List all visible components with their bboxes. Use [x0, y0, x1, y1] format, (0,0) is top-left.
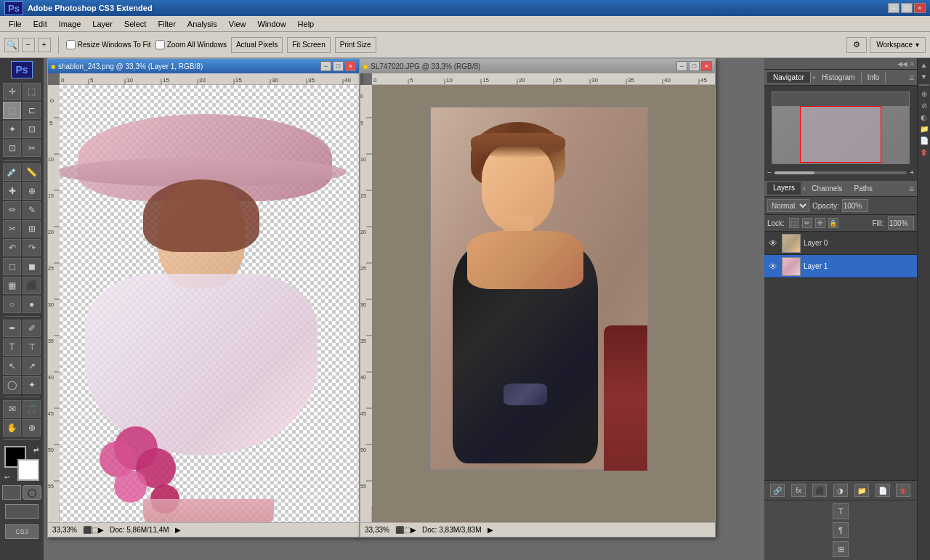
zoom-all-input[interactable]	[155, 40, 165, 49]
tab-info[interactable]: Info	[862, 72, 886, 83]
ruler-tool[interactable]: 📏	[23, 163, 41, 181]
blend-mode-select[interactable]: Normal Multiply Screen	[767, 199, 809, 212]
history-brush[interactable]: ↶	[3, 239, 21, 256]
menu-layer[interactable]: Layer	[86, 18, 118, 30]
doc1-maximize[interactable]: □	[333, 61, 344, 71]
side-strip-btn-2[interactable]: ▼	[919, 71, 929, 81]
pen-tool[interactable]: ✒	[3, 320, 21, 337]
artboard-tool[interactable]: ⬚	[23, 83, 41, 100]
patch-tool[interactable]: ⊕	[23, 182, 41, 200]
vertical-text[interactable]: ⊤	[23, 338, 41, 356]
lasso-tool[interactable]: ⊏	[23, 102, 41, 119]
side-strip-btn-8[interactable]: 🗑	[919, 147, 929, 157]
layer-item-0[interactable]: 👁 Layer 0	[764, 232, 917, 255]
zoom-slider-track[interactable]	[775, 171, 907, 174]
path-selection[interactable]: ↖	[3, 357, 21, 375]
layer-1-visibility[interactable]: 👁	[767, 261, 779, 272]
layers-panel-options[interactable]: ≡	[909, 184, 914, 194]
resize-windows-checkbox[interactable]: Resize Windows To Fit	[66, 40, 151, 49]
lock-transparent[interactable]: ⬚	[789, 218, 799, 228]
audio-tool[interactable]: 🎵	[23, 400, 41, 418]
menu-analysis[interactable]: Analysis	[182, 18, 223, 30]
tab-histogram[interactable]: Histogram	[816, 72, 862, 83]
gradient-tool[interactable]: ▦	[3, 277, 21, 294]
shape-tool[interactable]: ◯	[3, 376, 21, 394]
cs-mode[interactable]: CS3	[5, 524, 39, 539]
brush-tool[interactable]: ✏	[3, 201, 21, 219]
layer-fx-btn[interactable]: fx	[791, 484, 806, 497]
resize-windows-input[interactable]	[66, 40, 76, 49]
doc2-titlebar[interactable]: ■ SL747020.JPG @ 33,3% (RGB/8) − □ ×	[360, 59, 715, 73]
healing-tool[interactable]: ✚	[3, 182, 21, 200]
magic-wand-tool[interactable]: ✦	[3, 121, 21, 138]
zoom-view-tool[interactable]: ⊕	[23, 419, 41, 437]
default-colors[interactable]: ↩	[4, 474, 10, 481]
menu-window[interactable]: Window	[251, 18, 291, 30]
move-tool[interactable]: ✛	[3, 83, 21, 100]
custom-shape[interactable]: ✦	[23, 376, 41, 394]
burn-tool[interactable]: ●	[23, 296, 41, 313]
top-panel-options[interactable]: ≡	[909, 73, 914, 83]
layer-adjustment-btn[interactable]: ◑	[833, 484, 848, 497]
fill-input[interactable]	[888, 216, 914, 230]
doc1-arrow[interactable]: ▶	[175, 526, 181, 534]
doc1-minimize[interactable]: −	[320, 61, 331, 71]
nav-zoom-plus[interactable]: +	[910, 169, 914, 176]
minimize-button[interactable]: −	[888, 3, 899, 13]
panel-options-btn[interactable]: ≡	[910, 60, 914, 68]
eraser-tool[interactable]: ◻	[3, 258, 21, 275]
background-color[interactable]	[17, 459, 39, 481]
workspace-icon[interactable]: ⚙	[846, 37, 867, 53]
layer-mask-btn[interactable]: ⬛	[812, 484, 827, 497]
tab-paths[interactable]: Paths	[849, 183, 879, 194]
direct-selection[interactable]: ↗	[23, 357, 41, 375]
lock-image[interactable]: ✏	[802, 218, 812, 228]
lock-all[interactable]: 🔒	[828, 218, 838, 228]
panel-collapse-btn[interactable]: ◀◀	[897, 60, 907, 68]
more-panel-btn[interactable]: ⊞	[833, 541, 849, 557]
side-strip-btn-4[interactable]: ⊘	[919, 100, 929, 110]
text-tool[interactable]: T	[3, 338, 21, 356]
side-strip-btn-6[interactable]: 📁	[919, 123, 929, 134]
pattern-tool[interactable]: ⊞	[23, 220, 41, 238]
para-panel-btn[interactable]: ¶	[833, 522, 849, 538]
doc1-close[interactable]: ×	[345, 61, 356, 71]
quick-selection[interactable]: ⊡	[23, 121, 41, 138]
dodge-tool[interactable]: ○	[3, 296, 21, 313]
side-strip-btn-3[interactable]: ⊕	[919, 89, 929, 99]
layer-delete-btn[interactable]: 🗑	[896, 484, 910, 497]
tab-navigator[interactable]: Navigator	[767, 72, 811, 83]
lock-position[interactable]: ✛	[815, 218, 825, 228]
art-history[interactable]: ↷	[23, 239, 41, 256]
side-strip-btn-7[interactable]: 📄	[919, 135, 929, 145]
zoom-plus-btn[interactable]: +	[38, 38, 51, 52]
crop-tool[interactable]: ⊡	[3, 139, 21, 157]
swap-colors[interactable]: ⇄	[33, 446, 39, 453]
freeform-pen[interactable]: ✐	[23, 320, 41, 337]
standard-mode[interactable]	[2, 485, 21, 500]
quick-mask-mode[interactable]: ◯	[23, 485, 41, 500]
doc1-titlebar[interactable]: ■ shablon_243.png @ 33,3% (Layer 1, RGB/…	[48, 59, 359, 73]
eyedropper-tool[interactable]: 💉	[3, 163, 21, 181]
side-strip-btn-5[interactable]: ◐	[919, 112, 929, 122]
text-panel-btn[interactable]: T	[833, 503, 849, 519]
nav-zoom-minus[interactable]: −	[767, 169, 772, 176]
doc2-close[interactable]: ×	[701, 61, 712, 71]
close-button[interactable]: ×	[914, 3, 926, 13]
menu-file[interactable]: File	[3, 18, 28, 30]
menu-filter[interactable]: Filter	[152, 18, 181, 30]
layer-item-1[interactable]: 👁 Layer 1	[764, 255, 917, 278]
hand-tool[interactable]: ✋	[3, 419, 21, 437]
tab-channels[interactable]: Channels	[806, 183, 848, 194]
selection-tool[interactable]: ⬚	[3, 102, 21, 119]
layer-group-btn[interactable]: 📁	[854, 484, 869, 497]
doc2-arrow[interactable]: ▶	[488, 526, 493, 534]
doc2-maximize[interactable]: □	[689, 61, 700, 71]
fit-screen-btn[interactable]: Fit Screen	[287, 37, 331, 53]
menu-help[interactable]: Help	[292, 18, 320, 30]
zoom-minus-btn[interactable]: −	[22, 38, 35, 52]
menu-edit[interactable]: Edit	[28, 18, 53, 30]
pencil-tool[interactable]: ✎	[23, 201, 41, 219]
zoom-tool-icon[interactable]: 🔍	[4, 38, 19, 52]
side-strip-btn-1[interactable]: ▲	[919, 60, 929, 70]
